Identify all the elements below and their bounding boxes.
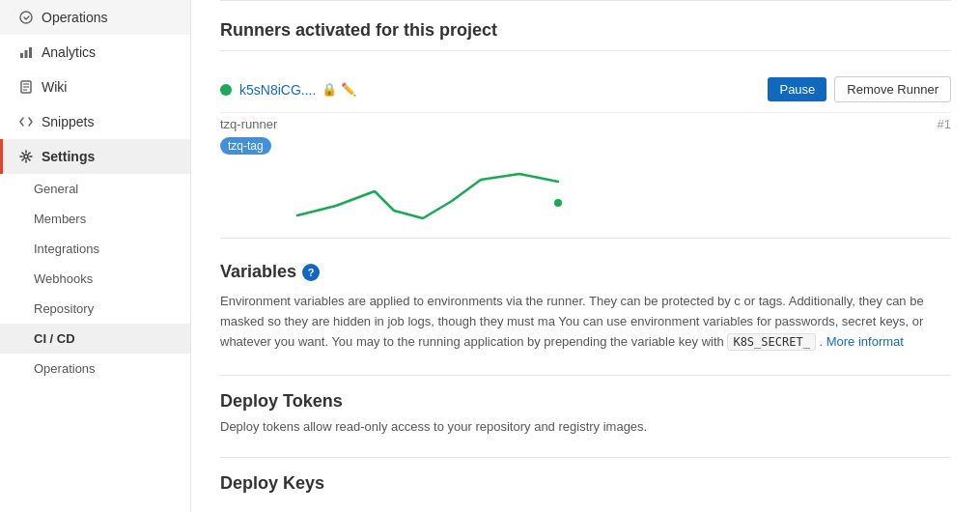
sidebar-sub-item-label: Repository xyxy=(34,301,94,316)
runner-actions: Pause Remove Runner xyxy=(768,76,951,102)
sidebar-sub-item-label: Operations xyxy=(34,361,96,376)
sidebar-sub-item-integrations[interactable]: Integrations xyxy=(0,234,190,264)
svg-rect-1 xyxy=(20,53,23,58)
svg-point-0 xyxy=(20,12,32,23)
sidebar-item-label: Operations xyxy=(42,10,107,25)
sidebar-sub-item-webhooks[interactable]: Webhooks xyxy=(0,264,190,294)
svg-rect-3 xyxy=(29,47,32,58)
sidebar-sub-item-general[interactable]: General xyxy=(0,174,190,204)
sidebar-item-snippets[interactable]: Snippets xyxy=(0,104,190,139)
operations-icon xyxy=(18,11,34,24)
variables-description: Environment variables are applied to env… xyxy=(220,292,951,352)
sidebar-item-label: Analytics xyxy=(42,44,96,60)
sidebar-item-operations-top[interactable]: Operations xyxy=(0,0,190,35)
runner-tag-row: tzq-tag xyxy=(220,137,951,155)
svg-point-8 xyxy=(24,155,28,158)
lock-icon: 🔒 xyxy=(322,82,337,97)
variables-more-info-link[interactable]: More informat xyxy=(826,334,904,349)
remove-runner-button[interactable]: Remove Runner xyxy=(834,76,951,102)
main-content: Runners activated for this project k5sN8… xyxy=(191,0,980,512)
deploy-tokens-title: Deploy Tokens xyxy=(220,391,951,412)
sidebar-sub-item-label: Webhooks xyxy=(34,271,93,286)
edit-icon[interactable]: ✏️ xyxy=(341,82,356,97)
runners-title: Runners activated for this project xyxy=(220,20,951,51)
sidebar-item-label: Wiki xyxy=(42,79,67,95)
wiki-icon xyxy=(18,80,34,94)
analytics-icon xyxy=(18,45,34,59)
runner-name[interactable]: k5sN8iCG.... xyxy=(239,82,316,98)
sidebar: Operations Analytics Wiki Snippets Setti… xyxy=(0,0,191,512)
runner-graph xyxy=(220,162,951,230)
variables-code: K8S_SECRET_ xyxy=(727,333,815,351)
deploy-tokens-section: Deploy Tokens Deploy tokens allow read-o… xyxy=(220,375,951,434)
sidebar-sub-item-label: Members xyxy=(34,212,86,226)
variables-section-title: Variables ? xyxy=(220,262,951,282)
pause-button[interactable]: Pause xyxy=(768,77,826,101)
sidebar-item-analytics[interactable]: Analytics xyxy=(0,35,190,70)
sidebar-sub-item-ci-cd[interactable]: CI / CD xyxy=(0,324,190,354)
runner-description: tzq-runner xyxy=(220,117,277,131)
variables-title-text: Variables xyxy=(220,262,296,282)
svg-point-9 xyxy=(554,199,562,207)
sidebar-item-wiki[interactable]: Wiki xyxy=(0,70,190,104)
sidebar-sub-item-label: General xyxy=(34,182,78,196)
runner-info-row: tzq-runner #1 xyxy=(220,117,951,131)
runner-number: #1 xyxy=(938,117,951,131)
snippets-icon xyxy=(18,115,34,128)
sidebar-sub-item-repository[interactable]: Repository xyxy=(0,294,190,324)
sidebar-item-label: Settings xyxy=(42,149,95,164)
deploy-keys-title: Deploy Keys xyxy=(220,473,951,494)
sidebar-sub-item-operations-bottom[interactable]: Operations xyxy=(0,354,190,384)
sidebar-sub-item-label: Integrations xyxy=(34,242,99,256)
variables-help-icon[interactable]: ? xyxy=(302,264,320,281)
runner-row: k5sN8iCG.... 🔒 ✏️ Pause Remove Runner xyxy=(220,67,951,113)
runner-tag: tzq-tag xyxy=(220,137,271,155)
sidebar-sub-item-members[interactable]: Members xyxy=(0,204,190,234)
sidebar-item-label: Snippets xyxy=(42,114,94,129)
sidebar-item-settings[interactable]: Settings xyxy=(0,139,190,174)
deploy-keys-section: Deploy Keys xyxy=(220,457,951,494)
settings-icon xyxy=(18,150,34,163)
sidebar-sub-item-label: CI / CD xyxy=(34,331,75,346)
deploy-tokens-description: Deploy tokens allow read-only access to … xyxy=(220,419,951,434)
runner-status-dot xyxy=(220,84,232,96)
svg-rect-2 xyxy=(25,50,28,58)
